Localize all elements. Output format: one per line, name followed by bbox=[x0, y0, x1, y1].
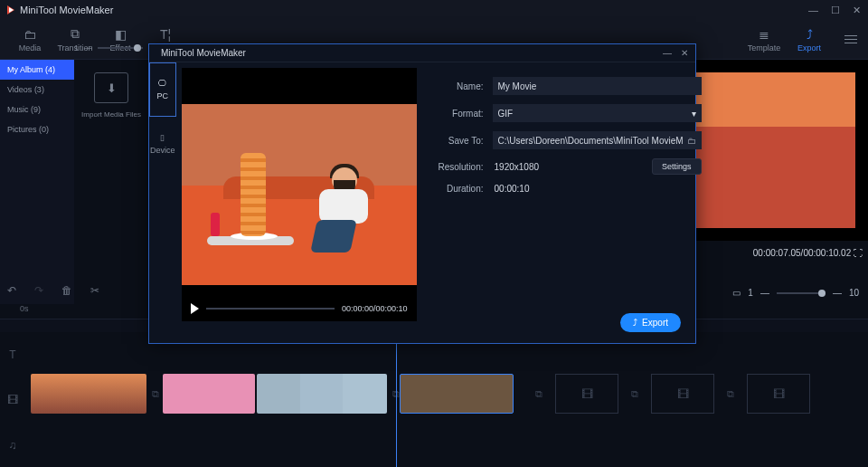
redo-button[interactable]: ↷ bbox=[34, 284, 43, 297]
template-icon: ≣ bbox=[759, 27, 769, 42]
export-tab-pc[interactable]: 🖵PC bbox=[149, 62, 176, 117]
saveto-input[interactable]: C:\Users\Doreen\Documents\MiniTool Movie… bbox=[493, 131, 702, 149]
phone-icon: ▯ bbox=[160, 133, 165, 142]
import-media-button[interactable]: ⬇ bbox=[94, 72, 128, 103]
clip-4[interactable] bbox=[400, 374, 514, 414]
export-tab-device[interactable]: ▯Device bbox=[149, 117, 176, 171]
import-panel: ⬇ Import Media Files bbox=[74, 60, 148, 304]
sidebar-item-music[interactable]: Music (9) bbox=[0, 100, 74, 119]
empty-clip-slot[interactable]: 🎞 bbox=[651, 374, 714, 414]
playhead[interactable] bbox=[396, 332, 397, 467]
text-track-icon[interactable]: T bbox=[0, 332, 25, 377]
title-bar: MiniTool MovieMaker ― ☐ ✕ bbox=[0, 0, 868, 20]
delete-button[interactable]: 🗑 bbox=[61, 284, 72, 297]
monitor-icon: 🖵 bbox=[158, 79, 166, 88]
play-button[interactable] bbox=[191, 303, 199, 314]
export-preview: 00:00:00/00:00:10 bbox=[182, 68, 417, 321]
export-button[interactable]: ⤴Export bbox=[620, 313, 681, 332]
dialog-title: MiniTool MovieMaker bbox=[161, 48, 246, 58]
transition-slot[interactable]: ⧉ bbox=[723, 374, 738, 414]
dialog-titlebar[interactable]: MiniTool MovieMaker ―✕ bbox=[149, 44, 695, 62]
duration-value: 00:00:10 bbox=[493, 184, 702, 194]
thumbnail-size-slider[interactable]: 1 ―― bbox=[74, 43, 156, 52]
app-title: MiniTool MovieMaker bbox=[20, 5, 113, 15]
tab-export[interactable]: ⤴Export bbox=[787, 22, 832, 58]
fit-icon[interactable]: ▭ bbox=[732, 288, 741, 298]
album-sidebar: My Album (4) Videos (3) Music (9) Pictur… bbox=[0, 60, 74, 304]
seek-bar[interactable] bbox=[206, 308, 335, 310]
empty-clip-slot[interactable]: 🎞 bbox=[555, 374, 618, 414]
undo-button[interactable]: ↶ bbox=[7, 284, 16, 297]
menu-button[interactable] bbox=[841, 35, 861, 43]
maximize-button[interactable]: ☐ bbox=[831, 5, 840, 16]
transition-slot[interactable]: ⧉ bbox=[532, 374, 546, 414]
effect-icon: ◧ bbox=[115, 27, 127, 42]
zoom-control[interactable]: ▭ 1 ―― 10 bbox=[732, 288, 859, 298]
sidebar-item-pictures[interactable]: Pictures (0) bbox=[0, 119, 74, 139]
resolution-value: 1920x1080 bbox=[493, 162, 653, 172]
audio-track-icon[interactable]: ♫ bbox=[0, 423, 25, 467]
app-logo bbox=[7, 5, 14, 14]
export-icon: ⤴ bbox=[807, 27, 813, 42]
export-dialog: MiniTool MovieMaker ―✕ 🖵PC ▯Device 00:00… bbox=[148, 43, 696, 344]
tab-media[interactable]: 🗀Media bbox=[7, 22, 52, 58]
export-form: Name: Format:GIF▾ Save To:C:\Users\Doree… bbox=[422, 62, 714, 327]
chevron-down-icon: ▾ bbox=[692, 109, 696, 119]
tab-template[interactable]: ≣Template bbox=[741, 22, 787, 58]
minimize-button[interactable]: ― bbox=[808, 5, 818, 16]
empty-clip-slot[interactable]: 🎞 bbox=[747, 374, 810, 414]
transition-icon: ⧉ bbox=[71, 26, 80, 42]
sidebar-item-videos[interactable]: Videos (3) bbox=[0, 80, 74, 100]
sidebar-item-myalbum[interactable]: My Album (4) bbox=[0, 60, 74, 80]
fullscreen-icon[interactable]: ⛶ bbox=[854, 248, 863, 258]
name-input[interactable] bbox=[493, 77, 702, 95]
browse-icon[interactable]: 🗀 bbox=[687, 136, 696, 146]
preview-time: 00:00:00/00:00:10 bbox=[342, 304, 408, 313]
close-button[interactable]: ✕ bbox=[853, 5, 861, 16]
play-time: 00:00:07.05/00:00:10.02 bbox=[753, 248, 851, 258]
format-select[interactable]: GIF▾ bbox=[493, 104, 702, 122]
split-button[interactable]: ✂ bbox=[90, 284, 99, 297]
settings-button[interactable]: Settings bbox=[652, 158, 702, 175]
video-track-icon[interactable]: 🎞 bbox=[0, 377, 25, 423]
upload-icon: ⤴ bbox=[633, 318, 637, 328]
transition-slot[interactable]: ⧉ bbox=[627, 374, 642, 414]
text-icon: T¦ bbox=[160, 27, 171, 42]
clip-2[interactable] bbox=[163, 374, 255, 414]
ruler-zero: 0s bbox=[20, 304, 29, 313]
dialog-minimize[interactable]: ― bbox=[663, 48, 672, 58]
clip-1[interactable] bbox=[31, 374, 146, 414]
transition-slot[interactable]: ⧉ bbox=[148, 374, 163, 414]
media-icon: 🗀 bbox=[24, 27, 36, 42]
clip-area[interactable]: ⧉ ⧉ ⧉ 🎞 ⧉ 🎞 ⧉ 🎞 bbox=[25, 332, 868, 467]
import-label: Import Media Files bbox=[81, 110, 141, 119]
dialog-close[interactable]: ✕ bbox=[681, 48, 688, 58]
clip-3[interactable] bbox=[257, 374, 387, 414]
